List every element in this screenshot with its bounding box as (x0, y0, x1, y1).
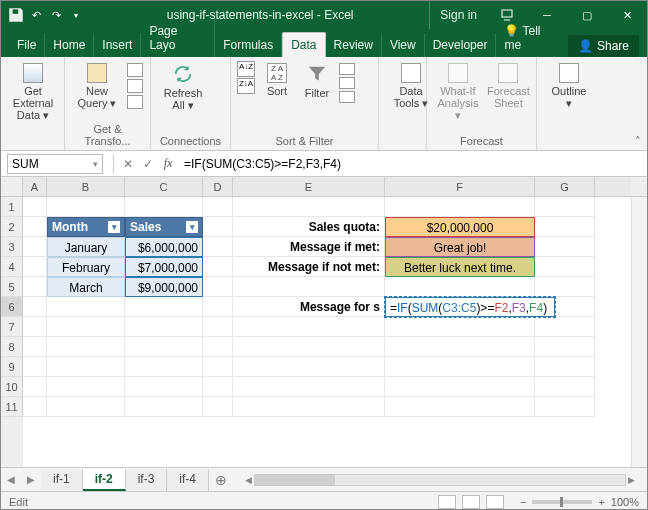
row-header-5[interactable]: 5 (1, 277, 23, 297)
col-header-B[interactable]: B (47, 177, 125, 196)
sheet-tab-if-3[interactable]: if-3 (126, 469, 168, 491)
col-header-C[interactable]: C (125, 177, 203, 196)
sort-za-icon[interactable]: Z↓A (237, 78, 255, 94)
sort-az-icon[interactable]: A↓Z (237, 61, 255, 77)
name-box-dropdown-icon[interactable]: ▾ (93, 159, 98, 169)
cell-F6[interactable]: =IF(SUM(C3:C5)>=F2,F3,F4) (385, 297, 555, 317)
outline-button[interactable]: Outline ▾ (543, 61, 595, 111)
cell-D8[interactable] (203, 337, 233, 357)
cell-E1[interactable] (233, 197, 385, 217)
row-header-4[interactable]: 4 (1, 257, 23, 277)
fx-icon[interactable]: fx (158, 156, 178, 171)
cell-F8[interactable] (385, 337, 535, 357)
cell-F3[interactable]: Great job! (385, 237, 535, 257)
select-all-corner[interactable] (1, 177, 23, 197)
clear-filter-icon[interactable] (339, 63, 355, 75)
advanced-icon[interactable] (339, 91, 355, 103)
cell-C5[interactable]: $9,000,000 (125, 277, 203, 297)
tab-formulas[interactable]: Formulas (215, 33, 282, 57)
cell-F5[interactable] (385, 277, 535, 297)
cell-G7[interactable] (535, 317, 595, 337)
redo-icon[interactable]: ↷ (47, 6, 65, 24)
zoom-in-icon[interactable]: + (598, 496, 604, 508)
cell-D9[interactable] (203, 357, 233, 377)
cell-G1[interactable] (535, 197, 595, 217)
cell-B7[interactable] (47, 317, 125, 337)
cancel-formula-icon[interactable]: ✕ (118, 157, 138, 171)
reapply-icon[interactable] (339, 77, 355, 89)
cell-E6[interactable]: Message for s (233, 297, 385, 317)
name-box[interactable]: SUM▾ (7, 154, 103, 174)
cell-F4[interactable]: Better luck next time. (385, 257, 535, 277)
normal-view-icon[interactable] (438, 495, 456, 509)
save-icon[interactable] (7, 6, 25, 24)
cell-G8[interactable] (535, 337, 595, 357)
refresh-all-button[interactable]: Refresh All ▾ (157, 61, 209, 113)
col-header-A[interactable]: A (23, 177, 47, 196)
page-layout-view-icon[interactable] (462, 495, 480, 509)
cell-D11[interactable] (203, 397, 233, 417)
col-header-F[interactable]: F (385, 177, 535, 196)
qat-customize-icon[interactable]: ▾ (67, 6, 85, 24)
sort-button[interactable]: Z AA ZSort (259, 61, 295, 99)
col-header-G[interactable]: G (535, 177, 595, 196)
cell-C8[interactable] (125, 337, 203, 357)
cell-A1[interactable] (23, 197, 47, 217)
cell-F2[interactable]: $20,000,000 (385, 217, 535, 237)
tab-home[interactable]: Home (45, 33, 94, 57)
cell-D7[interactable] (203, 317, 233, 337)
col-header-E[interactable]: E (233, 177, 385, 196)
get-external-data-button[interactable]: Get External Data ▾ (7, 61, 59, 123)
row-header-11[interactable]: 11 (1, 397, 23, 417)
cell-D10[interactable] (203, 377, 233, 397)
cell-B11[interactable] (47, 397, 125, 417)
cell-C6[interactable] (125, 297, 203, 317)
row-header-7[interactable]: 7 (1, 317, 23, 337)
cell-E9[interactable] (233, 357, 385, 377)
row-header-10[interactable]: 10 (1, 377, 23, 397)
cell-D3[interactable] (203, 237, 233, 257)
cell-G10[interactable] (535, 377, 595, 397)
table-header-sales[interactable]: Sales▾ (125, 217, 203, 237)
tab-page-layout[interactable]: Page Layo (141, 19, 215, 57)
cell-G4[interactable] (535, 257, 595, 277)
horizontal-scrollbar[interactable]: ◀ ▶ (243, 474, 637, 486)
what-if-button[interactable]: What-If Analysis ▾ (433, 61, 483, 123)
cell-A4[interactable] (23, 257, 47, 277)
sheet-tab-if-2[interactable]: if-2 (83, 469, 126, 491)
cell-C9[interactable] (125, 357, 203, 377)
table-header-month[interactable]: Month▾ (47, 217, 125, 237)
cell-G9[interactable] (535, 357, 595, 377)
sheet-tab-if-4[interactable]: if-4 (167, 469, 209, 491)
row-header-1[interactable]: 1 (1, 197, 23, 217)
cell-A3[interactable] (23, 237, 47, 257)
cell-D1[interactable] (203, 197, 233, 217)
new-query-button[interactable]: New Query ▾ (71, 61, 123, 111)
cell-F1[interactable] (385, 197, 535, 217)
row-header-9[interactable]: 9 (1, 357, 23, 377)
page-break-view-icon[interactable] (486, 495, 504, 509)
cell-E11[interactable] (233, 397, 385, 417)
cell-A10[interactable] (23, 377, 47, 397)
cell-F11[interactable] (385, 397, 535, 417)
from-table-icon[interactable] (127, 79, 143, 93)
worksheet-grid[interactable]: Month▾Sales▾January$6,000,000February$7,… (23, 197, 631, 467)
tab-developer[interactable]: Developer (425, 33, 497, 57)
cell-F9[interactable] (385, 357, 535, 377)
zoom-out-icon[interactable]: − (520, 496, 526, 508)
cell-B6[interactable] (47, 297, 125, 317)
row-header-8[interactable]: 8 (1, 337, 23, 357)
cell-A7[interactable] (23, 317, 47, 337)
cell-G5[interactable] (535, 277, 595, 297)
cell-B1[interactable] (47, 197, 125, 217)
cell-A8[interactable] (23, 337, 47, 357)
cell-C11[interactable] (125, 397, 203, 417)
cell-B4[interactable]: February (47, 257, 125, 277)
col-header-D[interactable]: D (203, 177, 233, 196)
cell-B10[interactable] (47, 377, 125, 397)
sheet-nav-prev-icon[interactable]: ◀ (1, 474, 21, 485)
cell-C10[interactable] (125, 377, 203, 397)
cell-A9[interactable] (23, 357, 47, 377)
cell-G11[interactable] (535, 397, 595, 417)
collapse-ribbon-icon[interactable]: ˄ (635, 135, 641, 148)
